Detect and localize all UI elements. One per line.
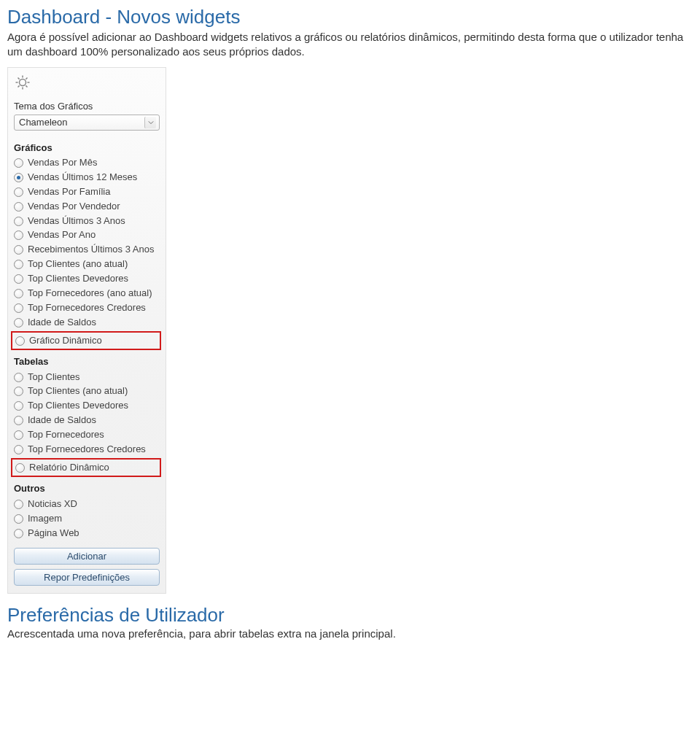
radio-label: Idade de Saldos <box>28 317 96 329</box>
radio-label: Vendas Por Mês <box>28 157 97 169</box>
radio-item[interactable]: Top Fornecedores <box>11 428 163 443</box>
radio-item[interactable]: Top Clientes Devedores <box>11 399 163 414</box>
heading-dashboard-widgets: Dashboard - Novos widgets <box>7 6 693 28</box>
radio-item[interactable]: Gráfico Dinâmico <box>12 333 160 348</box>
radio-icon <box>14 274 23 284</box>
radio-label: Top Clientes Devedores <box>28 273 128 285</box>
radio-icon <box>14 500 23 509</box>
radio-label: Relatório Dinâmico <box>29 462 109 474</box>
radio-item[interactable]: Top Clientes (ano atual) <box>11 257 163 272</box>
radio-label: Top Fornecedores Credores <box>28 443 146 456</box>
reset-button[interactable]: Repor Predefinições <box>14 569 160 586</box>
widget-config-panel: Tema dos Gráficos Chameleon Gráficos Ven… <box>7 67 166 594</box>
radio-icon <box>14 387 23 396</box>
radio-label: Top Clientes Devedores <box>28 400 128 412</box>
radio-icon <box>14 158 23 168</box>
radio-icon <box>14 260 23 269</box>
radio-item[interactable]: Top Clientes Devedores <box>11 272 163 287</box>
radio-icon <box>14 187 23 197</box>
radio-icon <box>14 289 23 298</box>
radio-item[interactable]: Vendas Por Ano <box>11 228 163 243</box>
add-button[interactable]: Adicionar <box>14 548 160 565</box>
radio-icon <box>14 303 23 313</box>
radio-icon <box>14 401 23 411</box>
paragraph-prefs-desc: Acrescentada uma nova preferência, para … <box>7 627 693 641</box>
paragraph-dashboard-desc: Agora é possível adicionar ao Dashboard … <box>7 30 693 60</box>
radio-icon <box>14 373 23 382</box>
tabelas-header: Tabelas <box>8 350 166 370</box>
outros-header: Outros <box>8 477 166 497</box>
heading-prefs: Preferências de Utilizador <box>7 604 693 627</box>
radio-label: Vendas Por Família <box>28 186 110 198</box>
radio-label: Imagem <box>28 513 62 525</box>
radio-label: Top Fornecedores Credores <box>28 302 146 314</box>
radio-label: Top Clientes (ano atual) <box>28 258 128 271</box>
radio-item[interactable]: Top Fornecedores (ano atual) <box>11 287 163 301</box>
theme-label: Tema dos Gráficos <box>8 98 166 113</box>
theme-selected-value: Chameleon <box>19 117 68 128</box>
radio-label: Página Web <box>28 527 79 540</box>
radio-item[interactable]: Top Fornecedores Credores <box>11 301 163 315</box>
radio-icon <box>15 463 25 473</box>
radio-label: Top Clientes <box>28 371 80 384</box>
radio-label: Vendas Por Vendedor <box>28 201 120 213</box>
radio-item[interactable]: Vendas Por Família <box>11 185 163 199</box>
radio-icon <box>14 230 23 240</box>
radio-item[interactable]: Vendas Últimos 12 Meses <box>11 170 163 185</box>
radio-item[interactable]: Idade de Saldos <box>11 315 163 330</box>
radio-label: Top Fornecedores <box>28 429 104 441</box>
radio-item[interactable]: Página Web <box>11 526 163 540</box>
radio-icon <box>15 336 25 346</box>
radio-label: Noticias XD <box>28 498 77 511</box>
settings-icon-wrap[interactable] <box>8 72 166 98</box>
radio-item[interactable]: Idade de Saldos <box>11 414 163 428</box>
outros-list: Noticias XDImagemPágina Web <box>8 497 166 540</box>
radio-icon <box>14 514 23 524</box>
radio-item[interactable]: Noticias XD <box>11 497 163 511</box>
radio-label: Vendas Últimos 3 Anos <box>28 215 125 228</box>
radio-label: Idade de Saldos <box>28 414 96 427</box>
radio-item[interactable]: Relatório Dinâmico <box>12 460 160 475</box>
radio-label: Top Fornecedores (ano atual) <box>28 287 152 300</box>
svg-point-0 <box>20 79 26 85</box>
radio-icon <box>14 430 23 440</box>
tabelas-list: Top ClientesTop Clientes (ano atual)Top … <box>8 370 166 457</box>
radio-icon <box>14 173 23 182</box>
radio-label: Gráfico Dinâmico <box>29 335 102 347</box>
radio-label: Top Clientes (ano atual) <box>28 385 128 398</box>
radio-item[interactable]: Top Fornecedores Credores <box>11 443 163 457</box>
graficos-header: Gráficos <box>8 136 166 156</box>
radio-icon <box>14 217 23 226</box>
tabelas-highlight: Relatório Dinâmico <box>11 458 161 477</box>
radio-item[interactable]: Vendas Últimos 3 Anos <box>11 214 163 228</box>
radio-icon <box>14 445 23 454</box>
radio-icon <box>14 529 23 538</box>
theme-dropdown[interactable]: Chameleon <box>14 115 160 131</box>
radio-item[interactable]: Imagem <box>11 511 163 526</box>
radio-label: Vendas Por Ano <box>28 229 96 241</box>
radio-icon <box>14 202 23 212</box>
graficos-highlight: Gráfico Dinâmico <box>11 331 161 350</box>
graficos-list: Vendas Por MêsVendas Últimos 12 MesesVen… <box>8 156 166 330</box>
radio-label: Recebimentos Últimos 3 Anos <box>28 244 154 256</box>
radio-icon <box>14 416 23 425</box>
radio-icon <box>14 318 23 328</box>
radio-item[interactable]: Top Clientes <box>11 370 163 384</box>
radio-item[interactable]: Recebimentos Últimos 3 Anos <box>11 243 163 257</box>
radio-label: Vendas Últimos 12 Meses <box>28 171 137 184</box>
gear-icon <box>14 74 31 91</box>
chevron-down-icon <box>144 117 156 128</box>
radio-item[interactable]: Vendas Por Vendedor <box>11 199 163 214</box>
radio-icon <box>14 245 23 255</box>
radio-item[interactable]: Vendas Por Mês <box>11 156 163 171</box>
radio-item[interactable]: Top Clientes (ano atual) <box>11 384 163 399</box>
